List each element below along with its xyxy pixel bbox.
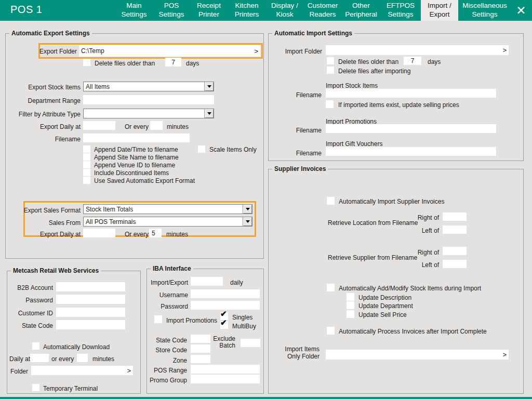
- sales-or-every-field[interactable]: 5: [149, 229, 162, 237]
- store-code-field[interactable]: [191, 344, 210, 353]
- dropdown-arrow-icon[interactable]: [243, 205, 252, 214]
- export-folder-label: Export Folder: [36, 48, 77, 55]
- sales-export-daily-field[interactable]: [83, 229, 115, 237]
- sales-or-every-label: Or every: [125, 231, 149, 238]
- window-title: POS 1: [10, 4, 42, 16]
- location-left-of-field[interactable]: [443, 225, 467, 234]
- iba-username-label: Username: [150, 291, 188, 299]
- browse-icon[interactable]: >: [254, 48, 258, 55]
- import-delete-older-label: Delete files older than: [338, 58, 398, 65]
- export-folder-field[interactable]: C:\Temp >: [79, 45, 260, 57]
- import-promotions-checkbox[interactable]: [154, 315, 162, 323]
- browse-icon[interactable]: >: [502, 351, 507, 358]
- supplier-right-of-label: Right of: [410, 249, 439, 256]
- or-every-minutes-field[interactable]: [150, 121, 163, 130]
- metcash-folder-field[interactable]: >: [31, 366, 133, 375]
- tab-eftpos-settings[interactable]: EFTPOS Settings: [380, 0, 421, 21]
- import-folder-field[interactable]: >: [326, 45, 509, 55]
- multibuy-checkbox[interactable]: ✔: [220, 321, 228, 329]
- import-delete-older-checkbox[interactable]: [327, 57, 334, 64]
- delete-files-older-checkbox[interactable]: [83, 59, 90, 66]
- retrieve-supplier-label: Retrieve Supplier from Filename: [328, 254, 417, 261]
- append-sitename-label: Append Site Name to filename: [94, 154, 179, 161]
- exclude-batch-field[interactable]: [241, 339, 260, 347]
- metcash-title: Metcash Retail Web Services: [11, 267, 101, 274]
- delete-after-importing-checkbox[interactable]: [327, 66, 334, 74]
- promotions-filename-field[interactable]: [326, 124, 496, 133]
- dropdown-arrow-icon[interactable]: [243, 217, 252, 226]
- zone-field[interactable]: [191, 355, 210, 363]
- export-stock-items-dropdown[interactable]: All Items: [83, 82, 214, 91]
- browse-icon[interactable]: >: [127, 367, 131, 374]
- metcash-state-code-field[interactable]: [56, 320, 125, 329]
- auto-process-invoices-checkbox[interactable]: [327, 327, 335, 335]
- auto-download-label: Automatically Download: [43, 343, 110, 351]
- import-items-only-folder-field[interactable]: >: [326, 350, 509, 360]
- exclude-batch-label: Exclude Batch: [210, 336, 235, 349]
- tab-other-peripheral[interactable]: Other Peripheral: [342, 0, 380, 21]
- use-saved-format-label: Use Saved Automatic Export Format: [94, 177, 195, 184]
- dropdown-arrow-icon[interactable]: [205, 109, 214, 118]
- import-delete-days-field[interactable]: 7: [404, 57, 421, 65]
- tab-miscellaneous-settings[interactable]: Miscellaneous Settings: [458, 0, 511, 21]
- customer-id-field[interactable]: [56, 308, 125, 317]
- browse-icon[interactable]: >: [502, 47, 507, 54]
- tab-pos-settings[interactable]: POS Settings: [153, 0, 190, 21]
- pos-range-field[interactable]: [191, 365, 260, 374]
- iba-state-code-field[interactable]: [191, 335, 210, 343]
- export-daily-field[interactable]: [83, 121, 115, 130]
- pos-settings-window: POS 1 Main Settings POS Settings Receipt…: [0, 0, 532, 399]
- tab-display-kiosk[interactable]: Display / Kiosk: [266, 0, 303, 21]
- b2b-account-field[interactable]: [56, 282, 125, 291]
- location-right-of-field[interactable]: [443, 212, 467, 221]
- promo-group-field[interactable]: [191, 375, 260, 383]
- metcash-password-field[interactable]: [56, 295, 125, 304]
- include-discontinued-checkbox[interactable]: [83, 169, 90, 176]
- tab-customer-readers[interactable]: Customer Readers: [303, 0, 342, 21]
- tab-main-settings[interactable]: Main Settings: [115, 0, 153, 21]
- scale-items-only-checkbox[interactable]: [198, 145, 205, 153]
- export-stock-items-label: Export Stock Items: [5, 84, 81, 91]
- department-range-field[interactable]: [83, 95, 214, 104]
- export-sales-format-dropdown[interactable]: Stock Item Totals: [83, 204, 252, 214]
- metcash-or-every-field[interactable]: [77, 354, 88, 362]
- filter-attribute-dropdown[interactable]: [83, 109, 214, 118]
- dropdown-arrow-icon[interactable]: [205, 82, 214, 91]
- temporary-terminal-checkbox[interactable]: [32, 384, 39, 391]
- tab-receipt-printer[interactable]: Receipt Printer: [190, 0, 228, 21]
- auto-import-invoices-checkbox[interactable]: [327, 197, 335, 205]
- metcash-password-label: Password: [4, 297, 53, 304]
- use-saved-format-checkbox[interactable]: [83, 177, 90, 184]
- update-department-checkbox[interactable]: [347, 301, 354, 309]
- update-selling-prices-checkbox[interactable]: [326, 100, 334, 108]
- append-datetime-label: Append Date/Time to filename: [94, 146, 178, 153]
- scale-items-only-label: Scale Items Only: [209, 146, 257, 153]
- metcash-or-every-label: or every: [51, 355, 74, 363]
- iba-username-field[interactable]: [191, 289, 260, 298]
- import-promotions-label: Import Promotions: [166, 317, 217, 324]
- update-sell-price-checkbox[interactable]: [347, 310, 354, 318]
- delete-days-field[interactable]: 7: [165, 58, 181, 66]
- append-sitename-checkbox[interactable]: [83, 153, 90, 161]
- update-department-label: Update Department: [358, 302, 413, 310]
- close-icon[interactable]: ✕: [512, 2, 530, 19]
- stock-filename-field[interactable]: [326, 89, 496, 98]
- iba-password-field[interactable]: [191, 301, 260, 310]
- metcash-state-code-label: State Code: [4, 322, 53, 329]
- tab-import-export[interactable]: Import / Export: [421, 0, 458, 21]
- update-description-checkbox[interactable]: [347, 293, 354, 301]
- vouchers-filename-field[interactable]: [326, 147, 496, 156]
- append-venueid-checkbox[interactable]: [83, 161, 90, 168]
- append-datetime-checkbox[interactable]: [83, 145, 90, 153]
- tab-kitchen-printers[interactable]: Kitchen Printers: [228, 0, 266, 21]
- supplier-left-of-field[interactable]: [443, 260, 467, 268]
- auto-add-modify-checkbox[interactable]: [327, 284, 335, 291]
- iba-state-code-label: State Code: [150, 337, 187, 344]
- iba-import-export-field[interactable]: [191, 277, 223, 286]
- auto-download-checkbox[interactable]: [32, 342, 39, 350]
- filename-field[interactable]: [83, 134, 190, 142]
- metcash-daily-at-field[interactable]: [30, 354, 49, 362]
- sales-from-dropdown[interactable]: All POS Terminals: [83, 217, 252, 227]
- iba-password-label: Password: [150, 303, 188, 310]
- supplier-right-of-field[interactable]: [443, 247, 467, 255]
